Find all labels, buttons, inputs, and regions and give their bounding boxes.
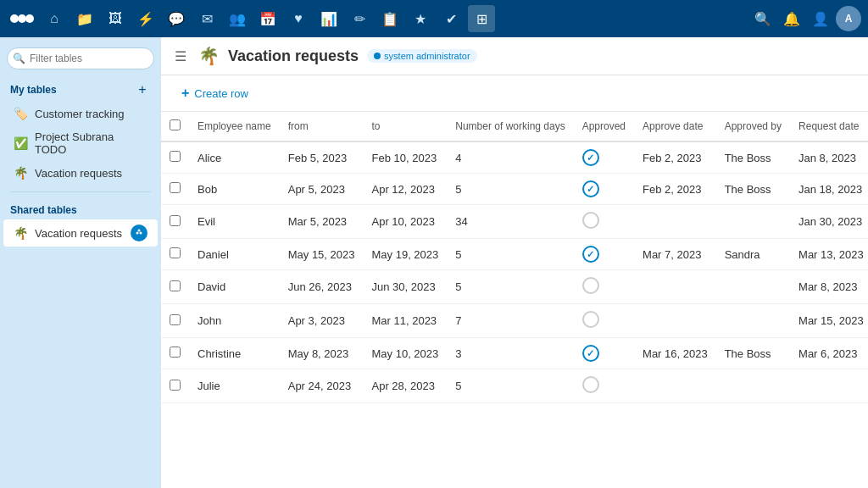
row-from: May 15, 2023 [280, 239, 364, 270]
notifications-icon[interactable]: 🔔 [778, 5, 805, 32]
row-checkbox[interactable] [170, 314, 181, 325]
admin-badge-dot [374, 53, 381, 59]
row-from: Feb 5, 2023 [280, 141, 364, 174]
menu-toggle-icon[interactable]: ☰ [175, 48, 186, 64]
row-checkbox-cell [161, 338, 189, 369]
row-checkbox-cell [161, 141, 189, 174]
svg-point-3 [134, 228, 145, 239]
row-approved [574, 369, 634, 403]
customer-tracking-icon: 🏷️ [14, 107, 28, 120]
approved-indicator [582, 212, 599, 229]
admin-badge-label: system administrator [384, 51, 470, 61]
filter-tables-input[interactable] [7, 47, 154, 69]
row-approved-by: Sandra [716, 239, 790, 270]
nav-heart-icon[interactable]: ♥ [285, 5, 312, 32]
vacation-requests-shared-icon: 🌴 [14, 226, 28, 240]
table-row: Christine May 8, 2023 May 10, 2023 3 Mar… [161, 338, 868, 369]
col-header-to: to [364, 112, 448, 141]
my-tables-label: My tables [10, 84, 57, 96]
row-approved [574, 205, 634, 239]
row-employee-name: David [189, 270, 280, 304]
row-checkbox[interactable] [170, 151, 181, 162]
row-approved [574, 141, 634, 174]
row-checkbox[interactable] [170, 280, 181, 291]
contacts-header-icon[interactable]: 👤 [807, 5, 834, 32]
add-table-button[interactable]: + [134, 81, 151, 98]
vacation-requests-mine-label: Vacation requests [35, 167, 147, 180]
row-checkbox[interactable] [170, 247, 181, 258]
row-checkbox[interactable] [170, 380, 181, 391]
nav-bookmarks-icon[interactable]: ★ [407, 5, 434, 32]
approved-indicator [582, 246, 599, 263]
sidebar-item-vacation-requests-mine[interactable]: 🌴 Vacation requests [3, 161, 158, 185]
create-row-button[interactable]: + Create row [175, 82, 255, 104]
admin-badge: system administrator [367, 49, 476, 63]
sidebar-search-container: 🔍 [7, 47, 154, 69]
row-request-date: Mar 6, 2023 [790, 338, 868, 369]
table-row: Bob Apr 5, 2023 Apr 12, 2023 5 Feb 2, 20… [161, 174, 868, 205]
row-request-date: Mar 13, 2023 [790, 239, 868, 270]
svg-point-1 [18, 14, 26, 23]
col-header-request-date: Request date [790, 112, 868, 141]
row-working-days: 3 [447, 338, 573, 369]
row-working-days: 7 [447, 304, 573, 338]
row-checkbox[interactable] [170, 347, 181, 358]
row-to: May 10, 2023 [364, 338, 448, 369]
user-avatar[interactable]: A [836, 6, 861, 31]
table-row: Evil Mar 5, 2023 Apr 10, 2023 34 Jan 30,… [161, 205, 868, 239]
row-checkbox-cell [161, 270, 189, 304]
row-approved [574, 304, 634, 338]
table-row: David Jun 26, 2023 Jun 30, 2023 5 Mar 8,… [161, 270, 868, 304]
nav-checkmark-icon[interactable]: ✔ [437, 5, 465, 32]
nav-home-icon[interactable]: ⌂ [41, 5, 68, 32]
row-from: Jun 26, 2023 [280, 270, 364, 304]
row-to: Feb 10, 2023 [364, 141, 448, 174]
nav-tables-icon[interactable]: ⊞ [468, 5, 495, 32]
row-checkbox[interactable] [170, 215, 181, 226]
nav-files-icon[interactable]: 📁 [71, 5, 98, 32]
row-approved [574, 239, 634, 270]
row-to: Mar 11, 2023 [364, 304, 448, 338]
nav-edit-icon[interactable]: ✏ [346, 5, 373, 32]
sidebar-item-project-subrana[interactable]: ✅ Project Subrana TODO [3, 125, 158, 161]
row-approved-by: The Boss [716, 141, 790, 174]
row-from: Apr 3, 2023 [280, 304, 364, 338]
row-approved-by: The Boss [716, 174, 790, 205]
vacation-requests-shared-label: Vacation requests [35, 227, 124, 240]
row-employee-name: Julie [189, 369, 280, 403]
nav-calendar-icon[interactable]: 📅 [254, 5, 281, 32]
nav-talk-icon[interactable]: 💬 [163, 5, 190, 32]
approved-indicator [582, 180, 599, 197]
nav-photos-icon[interactable]: 🖼 [102, 5, 129, 32]
table-header-row: Employee name from to Number of working … [161, 112, 868, 141]
app-logo[interactable] [7, 3, 37, 34]
row-working-days: 4 [447, 141, 573, 174]
my-tables-section-header: My tables + [0, 76, 161, 102]
topbar: ⌂ 📁 🖼 ⚡ 💬 ✉ 👥 📅 ♥ 📊 ✏ 📋 ★ ✔ ⊞ 🔍 🔔 👤 A [0, 0, 868, 37]
row-approved [574, 338, 634, 369]
select-all-checkbox[interactable] [170, 119, 181, 130]
row-approve-date: Feb 2, 2023 [634, 141, 716, 174]
row-approved-by [716, 270, 790, 304]
sidebar-item-customer-tracking[interactable]: 🏷️ Customer tracking [3, 102, 158, 125]
row-from: May 8, 2023 [280, 338, 364, 369]
shared-tables-label: Shared tables [10, 204, 77, 216]
row-approved [574, 174, 634, 205]
svg-point-4 [136, 232, 139, 235]
nav-charts-icon[interactable]: 📊 [315, 5, 342, 32]
sidebar-item-vacation-requests-shared[interactable]: 🌴 Vacation requests [3, 219, 158, 247]
nav-activity-icon[interactable]: ⚡ [132, 5, 159, 32]
row-approved-by [716, 304, 790, 338]
col-header-check [161, 112, 189, 141]
row-approved-by: The Boss [716, 338, 790, 369]
nav-mail-icon[interactable]: ✉ [193, 5, 220, 32]
nav-tasks-icon[interactable]: 📋 [376, 5, 403, 32]
svg-point-2 [25, 14, 34, 23]
row-employee-name: Evil [189, 205, 280, 239]
svg-point-6 [138, 230, 141, 232]
row-working-days: 5 [447, 369, 573, 403]
search-icon[interactable]: 🔍 [749, 5, 776, 32]
row-approve-date: Mar 7, 2023 [634, 239, 716, 270]
nav-contacts-icon[interactable]: 👥 [224, 5, 251, 32]
row-checkbox[interactable] [170, 182, 181, 193]
